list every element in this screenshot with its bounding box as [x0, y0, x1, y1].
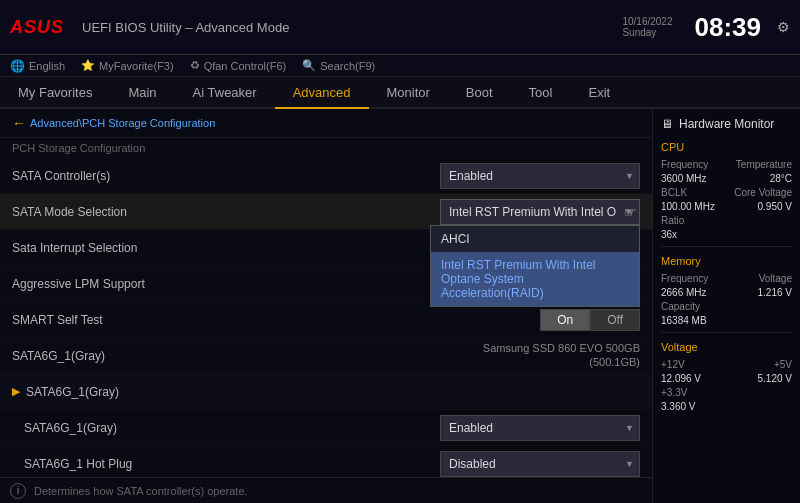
tab-monitor[interactable]: Monitor: [369, 77, 448, 107]
date-display: 10/16/2022: [622, 16, 672, 27]
hw-33v-row: 3.360 V: [661, 401, 792, 412]
smart-on-button[interactable]: On: [540, 309, 590, 331]
tab-advanced[interactable]: Advanced: [275, 77, 369, 109]
sata6g1-dropdown-label: SATA6G_1(Gray): [24, 421, 440, 435]
smart-off-button[interactable]: Off: [590, 309, 640, 331]
sata-mode-value: Intel RST Premium With Intel O: [449, 205, 616, 219]
hw-divider-2: [661, 332, 792, 333]
sata6g1-dropdown[interactable]: Enabled Disabled: [440, 415, 640, 441]
tab-exit[interactable]: Exit: [570, 77, 628, 107]
bios-title: UEFI BIOS Utility – Advanced Mode: [82, 20, 289, 35]
breadcrumb-path: Advanced\PCH Storage Configuration: [30, 117, 215, 129]
hw-ratio-label: Ratio: [661, 215, 684, 226]
sata-mode-dropdown[interactable]: Intel RST Premium With Intel O ☞: [440, 199, 640, 225]
hw-5v-value: 5.120 V: [758, 373, 792, 384]
hw-freq-value: 3600 MHz: [661, 173, 707, 184]
sata-mode-popup: AHCI Intel RST Premium With Intel Optane…: [430, 225, 640, 307]
sata-controllers-dropdown[interactable]: Enabled Disabled: [440, 163, 640, 189]
asus-logo: ASUS: [10, 17, 64, 38]
tab-tool[interactable]: Tool: [511, 77, 571, 107]
hw-12v-label: +12V: [661, 359, 685, 370]
tab-ai-tweaker[interactable]: Ai Tweaker: [175, 77, 275, 107]
hw-mem-cap-value: 16384 MB: [661, 315, 707, 326]
sata-mode-row[interactable]: SATA Mode Selection Intel RST Premium Wi…: [0, 194, 652, 230]
hw-cpu-freq-label-row: Frequency Temperature: [661, 159, 792, 170]
hw-temp-value: 28°C: [770, 173, 792, 184]
sata-controllers-label: SATA Controller(s): [12, 169, 440, 183]
sata6g1-info-row: SATA6G_1(Gray) Samsung SSD 860 EVO 500GB…: [0, 338, 652, 374]
search-label: Search(F9): [320, 60, 375, 72]
sata-mode-label: SATA Mode Selection: [12, 205, 440, 219]
sata6g1-info-value: Samsung SSD 860 EVO 500GB(500.1GB): [483, 342, 640, 368]
tab-main[interactable]: Main: [110, 77, 174, 107]
sata6g1-info-label: SATA6G_1(Gray): [12, 349, 483, 363]
sata-mode-option-rst[interactable]: Intel RST Premium With Intel Optane Syst…: [431, 252, 639, 306]
sata6g1-hotplug-dropdown-wrapper: Disabled Enabled: [440, 451, 640, 477]
sata6g1-hotplug-label: SATA6G_1 Hot Plug: [24, 457, 440, 471]
hw-mem-freq-row: 2666 MHz 1.216 V: [661, 287, 792, 298]
voltage-section-title: Voltage: [661, 341, 792, 353]
hw-corevolt-value: 0.950 V: [758, 201, 792, 212]
smart-self-test-label: SMART Self Test: [12, 313, 540, 327]
gear-icon[interactable]: ⚙: [777, 19, 790, 35]
hw-33v-label-row: +3.3V: [661, 387, 792, 398]
hw-33v-value: 3.360 V: [661, 401, 695, 412]
left-panel: ← Advanced\PCH Storage Configuration PCH…: [0, 109, 652, 503]
hw-mem-cap-row: 16384 MB: [661, 315, 792, 326]
hw-bclk-label-row: BCLK Core Voltage: [661, 187, 792, 198]
sata6g1-expandable-row[interactable]: ▶ SATA6G_1(Gray): [0, 374, 652, 410]
hardware-monitor-title: 🖥 Hardware Monitor: [661, 117, 792, 131]
language-item[interactable]: 🌐 English: [10, 59, 65, 73]
hw-12v-label-row: +12V +5V: [661, 359, 792, 370]
smart-self-test-row[interactable]: SMART Self Test On Off: [0, 302, 652, 338]
tab-boot[interactable]: Boot: [448, 77, 511, 107]
hw-12v-row: 12.096 V 5.120 V: [661, 373, 792, 384]
expand-arrow-icon: ▶: [12, 385, 20, 398]
hw-mem-cap-label: Capacity: [661, 301, 700, 312]
sata6g1-hotplug-dropdown[interactable]: Disabled Enabled: [440, 451, 640, 477]
hw-mem-cap-label-row: Capacity: [661, 301, 792, 312]
hw-bclk-row: 100.00 MHz 0.950 V: [661, 201, 792, 212]
cursor-icon: ☞: [624, 204, 637, 220]
sata-mode-option-ahci[interactable]: AHCI: [431, 226, 639, 252]
smart-self-test-toggle: On Off: [540, 309, 640, 331]
star-icon: ⭐: [81, 59, 95, 72]
breadcrumb: ← Advanced\PCH Storage Configuration: [0, 109, 652, 138]
hw-temp-label: Temperature: [736, 159, 792, 170]
sata-controllers-row[interactable]: SATA Controller(s) Enabled Disabled: [0, 158, 652, 194]
info-bottom: i Determines how SATA controller(s) oper…: [0, 477, 652, 503]
hw-bclk-label: BCLK: [661, 187, 687, 198]
qfan-item[interactable]: ♻ Qfan Control(F6): [190, 59, 287, 72]
myfav-label: MyFavorite(F3): [99, 60, 174, 72]
info-icon: i: [10, 483, 26, 499]
search-item[interactable]: 🔍 Search(F9): [302, 59, 375, 72]
nav-tabs: My Favorites Main Ai Tweaker Advanced Mo…: [0, 77, 800, 109]
hw-divider-1: [661, 246, 792, 247]
hw-bclk-value: 100.00 MHz: [661, 201, 715, 212]
info-bar: 🌐 English ⭐ MyFavorite(F3) ♻ Qfan Contro…: [0, 55, 800, 77]
sata-mode-dropdown-container: Intel RST Premium With Intel O ☞ AHCI In…: [440, 199, 640, 225]
cpu-section-title: CPU: [661, 141, 792, 153]
hw-ratio-label-row: Ratio: [661, 215, 792, 226]
tab-my-favorites[interactable]: My Favorites: [0, 77, 110, 107]
hw-mem-freq-label: Frequency: [661, 273, 708, 284]
myfav-item[interactable]: ⭐ MyFavorite(F3): [81, 59, 174, 72]
globe-icon: 🌐: [10, 59, 25, 73]
sata6g1-dropdown-row[interactable]: SATA6G_1(Gray) Enabled Disabled: [0, 410, 652, 446]
time-display: 08:39: [695, 12, 762, 43]
settings-area: SATA Controller(s) Enabled Disabled SATA…: [0, 158, 652, 477]
day-display: Sunday: [622, 27, 672, 38]
hw-mem-volt-label: Voltage: [759, 273, 792, 284]
header: ASUS UEFI BIOS Utility – Advanced Mode 1…: [0, 0, 800, 55]
sata6g1-hotplug-row[interactable]: SATA6G_1 Hot Plug Disabled Enabled: [0, 446, 652, 477]
qfan-label: Qfan Control(F6): [204, 60, 287, 72]
info-text: Determines how SATA controller(s) operat…: [34, 485, 248, 497]
hw-cpu-freq-row: 3600 MHz 28°C: [661, 173, 792, 184]
sata6g1-expandable-label: SATA6G_1(Gray): [26, 385, 640, 399]
hw-mem-volt-value: 1.216 V: [758, 287, 792, 298]
section-label: PCH Storage Configuration: [0, 138, 652, 158]
hardware-monitor-panel: 🖥 Hardware Monitor CPU Frequency Tempera…: [652, 109, 800, 503]
hw-12v-value: 12.096 V: [661, 373, 701, 384]
back-arrow-icon[interactable]: ←: [12, 115, 26, 131]
hw-ratio-row: 36x: [661, 229, 792, 240]
